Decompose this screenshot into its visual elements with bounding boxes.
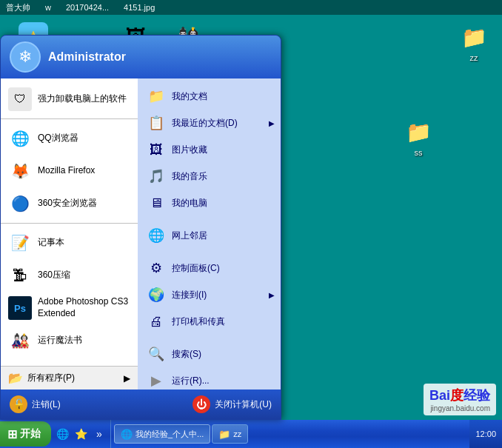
ss-icon: 📁 [404,117,433,147]
my-music-icon: 🎵 [147,167,166,186]
right-item-search[interactable]: 🔍 搜索(S) [138,341,281,367]
taskbar: ⊞ 开始 🌐 ⭐ » 🌐 我的经验_个人中... 📁 zz 12:00 [0,420,502,448]
taskbar-tray: 12:00 [469,420,502,448]
watermark-url: jingyan.baidu.com [430,404,490,412]
right-item-connect[interactable]: 🌍 连接到(I) ▶ [138,281,281,308]
firefox-icon: 🦊 [8,159,32,183]
left-divider-1 [1,118,138,119]
control-panel-icon: ⚙ [147,258,166,278]
right-item-network[interactable]: 🌐 网上邻居 [138,222,281,249]
360-icon: 🔵 [8,192,32,215]
ss-label: ss [415,148,423,158]
desktop: 普大帅 w 20170424... 4151.jpg ⭐ TIM 🖼 IMG20… [0,0,502,448]
start-button[interactable]: ⊞ 开始 [0,421,51,447]
username: Administrator [48,50,126,64]
pictures-icon: 🖼 [147,140,166,159]
start-menu-right: 📁 我的文档 📋 我最近的文档(D) ▶ 🖼 图片收藏 🎵 我的 [138,78,281,390]
sidebar-item-360[interactable]: 🔵 360安全浏览器 [1,187,138,220]
top-bar-item-3: 4151.jpg [124,3,155,12]
photoshop-label: Adobe Photoshop CS3 Extended [38,296,130,319]
recent-docs-icon: 📋 [147,113,166,133]
all-programs-button[interactable]: 📂 所有程序(P) ▶ [1,366,138,390]
watermark: Bai度经验 jingyan.baidu.com [424,384,496,415]
quick-icon-browser[interactable]: 🌐 [54,426,70,442]
right-item-run[interactable]: ▶ 运行(R)... [138,367,281,394]
notepad-label: 记事本 [38,237,64,249]
all-programs-icon: 📂 [8,371,23,385]
top-bar-item-1: w [45,3,51,12]
recent-docs-label: 我最近的文档(D) [172,117,238,130]
logout-label: 注销(L) [32,398,61,411]
360zip-icon: 🗜 [8,264,32,287]
right-item-my-computer[interactable]: 🖥 我的电脑 [138,190,281,216]
watermark-logo: Bai度经验 [429,387,490,404]
taskbar-item-experience-label: 我的经验_个人中... [135,429,204,440]
right-item-pictures[interactable]: 🖼 图片收藏 [138,136,281,163]
connect-label: 连接到(I) [172,289,207,301]
top-bar-item-2: 20170424... [66,3,109,12]
uninstall-label: 强力卸载电脑上的软件 [38,93,127,105]
recent-docs-arrow: ▶ [269,119,275,127]
zz-icon: 📁 [459,22,489,52]
right-item-printers[interactable]: 🖨 打印机和传真 [138,308,281,335]
tray-clock: 12:00 [475,429,496,438]
qq-label: QQ浏览器 [38,133,78,144]
photoshop-icon: Ps [8,296,32,320]
top-bar-item-0: 普大帅 [6,2,30,13]
zz-label: zz [470,53,478,63]
right-item-my-music[interactable]: 🎵 我的音乐 [138,163,281,190]
right-item-my-docs[interactable]: 📁 我的文档 [138,83,281,110]
right-item-control-panel[interactable]: ⚙ 控制面板(C) [138,255,281,281]
sidebar-item-notepad[interactable]: 📝 记事本 [1,227,138,259]
logout-button[interactable]: 🔓 注销(L) [10,395,61,413]
taskbar-quick-launch: 🌐 ⭐ » [51,420,111,448]
printers-icon: 🖨 [147,312,166,331]
taskbar-item-zz-icon: 📁 [218,429,230,440]
quick-icon-star[interactable]: ⭐ [73,426,89,442]
connect-icon: 🌍 [147,285,166,304]
360zip-label: 360压缩 [38,270,70,281]
right-item-recent-docs[interactable]: 📋 我最近的文档(D) ▶ [138,110,281,136]
notepad-icon: 📝 [8,231,32,255]
top-bar: 普大帅 w 20170424... 4151.jpg [0,0,502,15]
start-menu-left: 🛡 强力卸载电脑上的软件 🌐 QQ浏览器 🦊 Mozilla Firefox 🔵 [1,78,138,390]
connect-arrow: ▶ [269,291,275,299]
search-label: 搜索(S) [172,348,201,361]
my-docs-label: 我的文档 [172,90,207,103]
magic-book-icon: 🎎 [8,329,32,352]
all-programs-label: 所有程序(P) [27,372,75,384]
my-music-label: 我的音乐 [172,170,207,183]
sidebar-item-magic-book[interactable]: 🎎 运行魔法书 [1,324,138,357]
start-label: 开始 [20,427,41,441]
network-icon: 🌐 [147,226,166,245]
sidebar-item-qq[interactable]: 🌐 QQ浏览器 [1,122,138,155]
taskbar-item-experience[interactable]: 🌐 我的经验_个人中... [114,424,210,444]
start-menu-footer: 🔓 注销(L) ⏻ 关闭计算机(U) [1,390,281,419]
search-icon: 🔍 [147,344,166,364]
power-button[interactable]: ⏻ 关闭计算机(U) [193,395,272,413]
qq-icon: 🌐 [8,127,32,150]
firefox-label: Mozilla Firefox [38,165,95,177]
pictures-label: 图片收藏 [172,144,207,156]
uninstall-icon: 🛡 [8,87,32,111]
desktop-icon-zz[interactable]: 📁 zz [448,22,500,63]
watermark-suffix: 经验 [463,388,490,403]
my-docs-icon: 📁 [147,87,166,106]
360-label: 360安全浏览器 [38,198,97,210]
all-programs-arrow: ▶ [124,373,130,384]
sidebar-item-photoshop[interactable]: Ps Adobe Photoshop CS3 Extended [1,292,138,324]
desktop-icon-ss[interactable]: 📁 ss [392,117,444,158]
taskbar-item-experience-icon: 🌐 [121,429,133,440]
my-computer-label: 我的电脑 [172,197,207,210]
logout-icon: 🔓 [10,395,27,413]
left-divider-2 [1,223,138,224]
sidebar-item-uninstall[interactable]: 🛡 强力卸载电脑上的软件 [1,83,138,116]
quick-icon-chevron[interactable]: » [91,426,107,442]
run-icon: ▶ [147,371,166,390]
sidebar-item-360zip[interactable]: 🗜 360压缩 [1,259,138,292]
control-panel-label: 控制面板(C) [172,262,220,275]
taskbar-item-zz[interactable]: 📁 zz [212,424,248,444]
sidebar-item-firefox[interactable]: 🦊 Mozilla Firefox [1,155,138,187]
all-programs-left: 📂 所有程序(P) [8,371,75,385]
start-menu: ❄ Administrator 🛡 强力卸载电脑上的软件 🌐 QQ浏览器 [0,35,281,420]
